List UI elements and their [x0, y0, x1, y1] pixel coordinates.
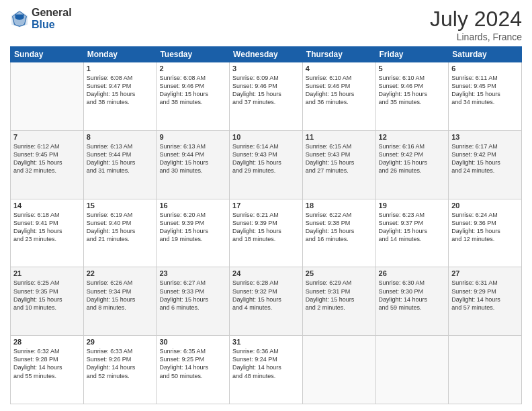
- calendar-week-3: 14Sunrise: 6:18 AM Sunset: 9:41 PM Dayli…: [11, 199, 522, 267]
- day-number: 1: [87, 64, 154, 73]
- day-number: 30: [159, 338, 226, 346]
- calendar-table: SundayMondayTuesdayWednesdayThursdayFrid…: [10, 46, 522, 404]
- table-row: 16Sunrise: 6:20 AM Sunset: 9:39 PM Dayli…: [157, 199, 230, 267]
- table-row: [375, 336, 449, 404]
- day-number: 19: [379, 201, 446, 210]
- table-row: 13Sunrise: 6:17 AM Sunset: 9:42 PM Dayli…: [449, 130, 522, 199]
- table-row: 25Sunrise: 6:29 AM Sunset: 9:31 PM Dayli…: [302, 267, 375, 336]
- day-info: Sunrise: 6:30 AM Sunset: 9:30 PM Dayligh…: [379, 279, 446, 312]
- table-row: 22Sunrise: 6:26 AM Sunset: 9:34 PM Dayli…: [83, 267, 157, 336]
- weekday-friday: Friday: [375, 47, 449, 62]
- weekday-monday: Monday: [83, 47, 157, 62]
- location: Linards, France: [430, 32, 522, 42]
- day-number: 10: [232, 133, 300, 141]
- day-number: 14: [13, 201, 81, 210]
- day-info: Sunrise: 6:25 AM Sunset: 9:35 PM Dayligh…: [13, 279, 81, 312]
- table-row: 14Sunrise: 6:18 AM Sunset: 9:41 PM Dayli…: [11, 199, 84, 267]
- day-number: 22: [87, 269, 154, 277]
- day-info: Sunrise: 6:14 AM Sunset: 9:43 PM Dayligh…: [232, 142, 300, 175]
- weekday-tuesday: Tuesday: [157, 47, 230, 62]
- day-info: Sunrise: 6:21 AM Sunset: 9:39 PM Dayligh…: [232, 211, 300, 244]
- day-info: Sunrise: 6:11 AM Sunset: 9:45 PM Dayligh…: [451, 74, 519, 107]
- day-info: Sunrise: 6:35 AM Sunset: 9:25 PM Dayligh…: [159, 347, 226, 380]
- day-number: 9: [159, 133, 226, 141]
- month-year: July 2024: [430, 7, 522, 32]
- day-info: Sunrise: 6:27 AM Sunset: 9:33 PM Dayligh…: [159, 279, 226, 312]
- table-row: [302, 336, 375, 404]
- table-row: 2Sunrise: 6:08 AM Sunset: 9:46 PM Daylig…: [157, 62, 230, 131]
- table-row: 18Sunrise: 6:22 AM Sunset: 9:38 PM Dayli…: [302, 199, 375, 267]
- table-row: 30Sunrise: 6:35 AM Sunset: 9:25 PM Dayli…: [157, 336, 230, 404]
- day-info: Sunrise: 6:17 AM Sunset: 9:42 PM Dayligh…: [451, 142, 519, 175]
- weekday-thursday: Thursday: [302, 47, 375, 62]
- weekday-sunday: Sunday: [11, 47, 84, 62]
- table-row: 29Sunrise: 6:33 AM Sunset: 9:26 PM Dayli…: [83, 336, 157, 404]
- table-row: 15Sunrise: 6:19 AM Sunset: 9:40 PM Dayli…: [83, 199, 157, 267]
- calendar-week-5: 28Sunrise: 6:32 AM Sunset: 9:28 PM Dayli…: [11, 336, 522, 404]
- day-number: 7: [13, 133, 81, 141]
- day-info: Sunrise: 6:09 AM Sunset: 9:46 PM Dayligh…: [232, 74, 300, 107]
- table-row: 5Sunrise: 6:10 AM Sunset: 9:46 PM Daylig…: [375, 62, 449, 131]
- day-number: 12: [379, 133, 446, 141]
- day-number: 29: [87, 338, 154, 346]
- table-row: 23Sunrise: 6:27 AM Sunset: 9:33 PM Dayli…: [157, 267, 230, 336]
- table-row: 7Sunrise: 6:12 AM Sunset: 9:45 PM Daylig…: [11, 130, 84, 199]
- logo-text: General Blue: [32, 7, 72, 30]
- day-number: 20: [451, 201, 519, 210]
- day-info: Sunrise: 6:26 AM Sunset: 9:34 PM Dayligh…: [87, 279, 154, 312]
- weekday-saturday: Saturday: [449, 47, 522, 62]
- day-info: Sunrise: 6:15 AM Sunset: 9:43 PM Dayligh…: [306, 142, 373, 175]
- table-row: 24Sunrise: 6:28 AM Sunset: 9:32 PM Dayli…: [230, 267, 303, 336]
- day-number: 8: [87, 133, 154, 141]
- day-info: Sunrise: 6:22 AM Sunset: 9:38 PM Dayligh…: [306, 211, 373, 244]
- day-info: Sunrise: 6:20 AM Sunset: 9:39 PM Dayligh…: [159, 211, 226, 244]
- day-number: 3: [232, 64, 300, 73]
- day-info: Sunrise: 6:31 AM Sunset: 9:29 PM Dayligh…: [451, 279, 519, 312]
- day-number: 21: [13, 269, 81, 277]
- day-info: Sunrise: 6:10 AM Sunset: 9:46 PM Dayligh…: [379, 74, 446, 107]
- day-number: 2: [159, 64, 226, 73]
- table-row: 6Sunrise: 6:11 AM Sunset: 9:45 PM Daylig…: [449, 62, 522, 131]
- header: General Blue July 2024 Linards, France: [10, 7, 522, 42]
- logo-icon: [10, 9, 29, 28]
- table-row: 11Sunrise: 6:15 AM Sunset: 9:43 PM Dayli…: [302, 130, 375, 199]
- table-row: 12Sunrise: 6:16 AM Sunset: 9:42 PM Dayli…: [375, 130, 449, 199]
- page: General Blue July 2024 Linards, France S…: [0, 0, 532, 411]
- table-row: 10Sunrise: 6:14 AM Sunset: 9:43 PM Dayli…: [230, 130, 303, 199]
- day-info: Sunrise: 6:18 AM Sunset: 9:41 PM Dayligh…: [13, 211, 81, 244]
- table-row: 3Sunrise: 6:09 AM Sunset: 9:46 PM Daylig…: [230, 62, 303, 131]
- day-info: Sunrise: 6:36 AM Sunset: 9:24 PM Dayligh…: [232, 347, 300, 380]
- day-number: 24: [232, 269, 300, 277]
- day-number: 16: [159, 201, 226, 210]
- day-info: Sunrise: 6:28 AM Sunset: 9:32 PM Dayligh…: [232, 279, 300, 312]
- table-row: 9Sunrise: 6:13 AM Sunset: 9:44 PM Daylig…: [157, 130, 230, 199]
- day-info: Sunrise: 6:32 AM Sunset: 9:28 PM Dayligh…: [13, 347, 81, 380]
- calendar-week-1: 1Sunrise: 6:08 AM Sunset: 9:47 PM Daylig…: [11, 62, 522, 131]
- day-info: Sunrise: 6:08 AM Sunset: 9:46 PM Dayligh…: [159, 74, 226, 107]
- day-info: Sunrise: 6:12 AM Sunset: 9:45 PM Dayligh…: [13, 142, 81, 175]
- day-number: 6: [451, 64, 519, 73]
- weekday-wednesday: Wednesday: [230, 47, 303, 62]
- table-row: 27Sunrise: 6:31 AM Sunset: 9:29 PM Dayli…: [449, 267, 522, 336]
- day-number: 23: [159, 269, 226, 277]
- day-number: 15: [87, 201, 154, 210]
- day-info: Sunrise: 6:13 AM Sunset: 9:44 PM Dayligh…: [87, 142, 154, 175]
- day-number: 27: [451, 269, 519, 277]
- table-row: 26Sunrise: 6:30 AM Sunset: 9:30 PM Dayli…: [375, 267, 449, 336]
- table-row: 17Sunrise: 6:21 AM Sunset: 9:39 PM Dayli…: [230, 199, 303, 267]
- day-number: 5: [379, 64, 446, 73]
- calendar-week-2: 7Sunrise: 6:12 AM Sunset: 9:45 PM Daylig…: [11, 130, 522, 199]
- day-info: Sunrise: 6:13 AM Sunset: 9:44 PM Dayligh…: [159, 142, 226, 175]
- table-row: 31Sunrise: 6:36 AM Sunset: 9:24 PM Dayli…: [230, 336, 303, 404]
- table-row: [11, 62, 84, 131]
- table-row: [449, 336, 522, 404]
- day-info: Sunrise: 6:08 AM Sunset: 9:47 PM Dayligh…: [87, 74, 154, 107]
- table-row: 8Sunrise: 6:13 AM Sunset: 9:44 PM Daylig…: [83, 130, 157, 199]
- table-row: 21Sunrise: 6:25 AM Sunset: 9:35 PM Dayli…: [11, 267, 84, 336]
- day-number: 31: [232, 338, 300, 346]
- day-info: Sunrise: 6:33 AM Sunset: 9:26 PM Dayligh…: [87, 347, 154, 380]
- day-number: 17: [232, 201, 300, 210]
- table-row: 19Sunrise: 6:23 AM Sunset: 9:37 PM Dayli…: [375, 199, 449, 267]
- weekday-header-row: SundayMondayTuesdayWednesdayThursdayFrid…: [11, 47, 522, 62]
- day-number: 26: [379, 269, 446, 277]
